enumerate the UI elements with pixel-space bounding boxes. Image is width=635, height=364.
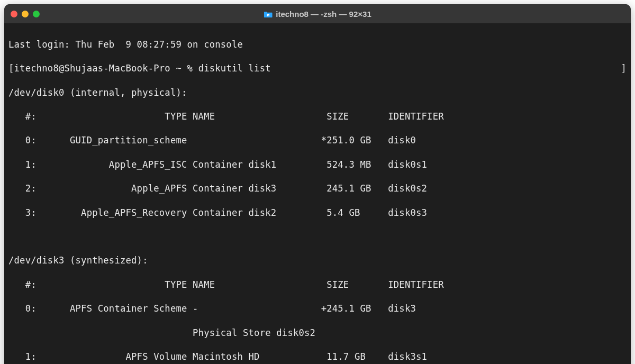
- prompt-command: diskutil list: [198, 63, 271, 74]
- disk3-header: /dev/disk3 (synthesized):: [8, 254, 627, 267]
- blank-line: [8, 231, 627, 243]
- window-title: itechno8 — -zsh — 92×31: [264, 10, 371, 19]
- fullscreen-icon[interactable]: [33, 11, 40, 17]
- table-row: Physical Store disk0s2: [8, 327, 627, 339]
- table-row: 3: Apple_APFS_Recovery Container disk2 5…: [8, 207, 627, 219]
- disk3-columns: #: TYPE NAME SIZE IDENTIFIER: [8, 279, 627, 291]
- table-row: 0: APFS Container Scheme - +245.1 GB dis…: [8, 303, 627, 315]
- disk0-header: /dev/disk0 (internal, physical):: [8, 87, 627, 99]
- home-folder-icon: [264, 10, 273, 18]
- prompt-text: itechno8@Shujaas-MacBook-Pro ~ %: [14, 63, 198, 74]
- minimize-icon[interactable]: [22, 11, 29, 17]
- titlebar[interactable]: itechno8 — -zsh — 92×31: [4, 4, 631, 23]
- table-row: 2: Apple_APFS Container disk3 245.1 GB d…: [8, 183, 627, 195]
- table-row: 0: GUID_partition_scheme *251.0 GB disk0: [8, 134, 627, 147]
- traffic-lights: [11, 11, 40, 17]
- table-row: 1: Apple_APFS_ISC Container disk1 524.3 …: [8, 159, 627, 171]
- terminal-content[interactable]: Last login: Thu Feb 9 08:27:59 on consol…: [4, 23, 631, 364]
- prompt-line: [itechno8@Shujaas-MacBook-Pro ~ % diskut…: [8, 62, 627, 75]
- close-icon[interactable]: [11, 11, 17, 17]
- last-login-line: Last login: Thu Feb 9 08:27:59 on consol…: [8, 39, 627, 51]
- window-title-text: itechno8 — -zsh — 92×31: [276, 10, 371, 19]
- disk0-columns: #: TYPE NAME SIZE IDENTIFIER: [8, 111, 627, 123]
- prompt-open-bracket: [: [8, 63, 14, 74]
- terminal-window: itechno8 — -zsh — 92×31 Last login: Thu …: [4, 4, 631, 364]
- prompt-close-bracket: ]: [621, 62, 627, 75]
- table-row: 1: APFS Volume Macintosh HD 11.7 GB disk…: [8, 351, 627, 363]
